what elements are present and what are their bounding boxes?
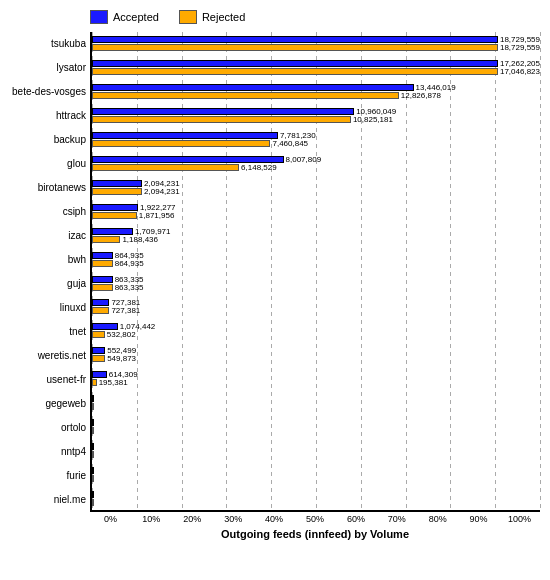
x-tick-label: 0% — [90, 514, 131, 524]
bar-rejected-label: 18,729,559 — [500, 43, 540, 52]
y-label: backup — [10, 135, 86, 145]
bar-rejected — [92, 140, 270, 147]
x-axis-labels: 0%10%20%30%40%50%60%70%80%90%100% — [10, 514, 540, 524]
bar-rejected-label: 863,335 — [115, 283, 144, 292]
bar-row: 1,074,442532,802 — [92, 319, 540, 343]
y-label: tsukuba — [10, 39, 86, 49]
y-label: bwh — [10, 255, 86, 265]
bar-accepted — [92, 36, 498, 43]
bar-rejected-label: 1,871,956 — [139, 211, 175, 220]
x-tick-label: 20% — [172, 514, 213, 524]
y-label: birotanews — [10, 183, 86, 193]
bar-row: 864,935864,935 — [92, 247, 540, 271]
bar-row: 863,335863,335 — [92, 271, 540, 295]
bar-accepted — [92, 299, 109, 306]
bar-row: 1,922,2771,871,956 — [92, 199, 540, 223]
bar-accepted — [92, 323, 118, 330]
bar-row — [92, 415, 540, 439]
bar-rejected-label: 17,046,823 — [500, 67, 540, 76]
bar-rejected-label: 7,460,845 — [272, 139, 308, 148]
bar-row: 552,499549,873 — [92, 343, 540, 367]
bar-accepted — [92, 84, 414, 91]
bar-accepted — [92, 204, 138, 211]
y-label: httrack — [10, 111, 86, 121]
bar-rejected-label: 10,825,181 — [353, 115, 393, 124]
bars-area: 18,729,55918,729,55917,262,20517,046,823… — [90, 32, 540, 512]
legend-accepted: Accepted — [90, 10, 159, 24]
bar-row: 17,262,20517,046,823 — [92, 56, 540, 80]
bar-rejected-label: 6,148,529 — [241, 163, 277, 172]
bar-accepted — [92, 60, 498, 67]
bar-accepted — [92, 395, 94, 402]
bar-rejected — [92, 307, 109, 314]
bar-row: 7,781,2307,460,845 — [92, 128, 540, 152]
legend-accepted-label: Accepted — [113, 11, 159, 23]
y-label: usenet-fr — [10, 375, 86, 385]
bar-row — [92, 391, 540, 415]
x-tick-label: 100% — [499, 514, 540, 524]
bar-rejected — [92, 92, 399, 99]
bar-row: 727,381727,381 — [92, 295, 540, 319]
bar-rejected — [92, 379, 97, 386]
bar-row: 18,729,55918,729,559 — [92, 32, 540, 56]
x-tick-label: 70% — [376, 514, 417, 524]
bar-row — [92, 486, 540, 510]
bar-accepted — [92, 252, 113, 259]
bar-rejected — [92, 331, 105, 338]
y-label: weretis.net — [10, 351, 86, 361]
bar-rejected — [92, 188, 142, 195]
bar-rejected-label: 12,826,878 — [401, 91, 441, 100]
bar-rejected — [92, 164, 239, 171]
bar-rejected — [92, 212, 137, 219]
chart-container: Accepted Rejected tsukubalysatorbete-des… — [0, 0, 550, 580]
x-tick-label: 40% — [254, 514, 295, 524]
bar-accepted — [92, 347, 105, 354]
legend: Accepted Rejected — [10, 10, 540, 24]
bar-accepted — [92, 419, 94, 426]
bar-rejected — [92, 427, 94, 434]
grid-line — [540, 32, 541, 510]
bar-accepted — [92, 443, 94, 450]
bar-accepted — [92, 228, 133, 235]
bar-accepted — [92, 276, 113, 283]
bar-rejected — [92, 116, 351, 123]
bar-rejected — [92, 475, 94, 482]
y-label: ortolo — [10, 423, 86, 433]
bar-accepted — [92, 491, 94, 498]
legend-rejected: Rejected — [179, 10, 245, 24]
y-label: furie — [10, 471, 86, 481]
bar-rejected — [92, 68, 498, 75]
chart-area: tsukubalysatorbete-des-vosgeshttrackback… — [10, 32, 540, 512]
bar-accepted — [92, 108, 354, 115]
bar-row — [92, 462, 540, 486]
bar-rejected — [92, 284, 113, 291]
y-label: guja — [10, 279, 86, 289]
y-label: lysator — [10, 63, 86, 73]
bar-accepted — [92, 371, 107, 378]
y-label: linuxd — [10, 303, 86, 313]
bar-row: 1,709,9711,188,436 — [92, 223, 540, 247]
x-tick-label: 10% — [131, 514, 172, 524]
bar-rejected-label: 2,094,231 — [144, 187, 180, 196]
y-label: nntp4 — [10, 447, 86, 457]
x-title: Outgoing feeds (innfeed) by Volume — [10, 528, 540, 540]
legend-accepted-box — [90, 10, 108, 24]
bar-row: 614,309195,381 — [92, 367, 540, 391]
bar-rejected-label: 532,802 — [107, 330, 136, 339]
bar-rejected — [92, 44, 498, 51]
y-label: niel.me — [10, 495, 86, 505]
bar-rejected — [92, 451, 94, 458]
y-label: csiph — [10, 207, 86, 217]
bar-row: 8,007,8096,148,529 — [92, 152, 540, 176]
bar-row: 2,094,2312,094,231 — [92, 175, 540, 199]
x-tick-label: 60% — [335, 514, 376, 524]
bar-row: 13,446,01912,826,878 — [92, 80, 540, 104]
bar-rejected — [92, 260, 113, 267]
x-tick-label: 90% — [458, 514, 499, 524]
bar-rejected-label: 1,188,436 — [122, 235, 158, 244]
bar-accepted — [92, 467, 94, 474]
y-label: bete-des-vosges — [10, 87, 86, 97]
bar-rejected-label: 549,873 — [107, 354, 136, 363]
legend-rejected-label: Rejected — [202, 11, 245, 23]
x-tick-label: 50% — [295, 514, 336, 524]
